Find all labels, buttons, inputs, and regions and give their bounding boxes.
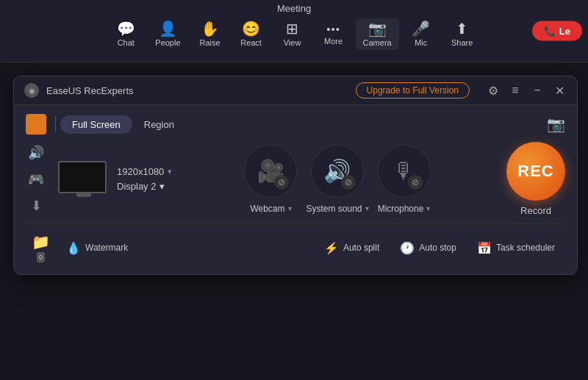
view-label: View <box>284 38 301 47</box>
snapshot-icon[interactable]: 📷 <box>547 115 565 133</box>
gamepad-sidebar-icon[interactable]: 🎮 <box>28 171 44 187</box>
rec-tabs: Full Screen Region <box>26 114 186 135</box>
mic-icon: 🎤 <box>412 21 430 36</box>
end-call-icon: 📞 <box>544 26 556 37</box>
app-logo: ◉ <box>24 83 39 98</box>
react-label: React <box>240 38 262 47</box>
display-chevron-icon: ▾ <box>159 181 165 192</box>
folder-icon: 📁 <box>32 233 50 251</box>
watermark-icon: 💧 <box>66 241 81 255</box>
tab-region[interactable]: Region <box>132 115 186 134</box>
toolbar-mic-btn[interactable]: 🎤 Mic <box>402 18 440 50</box>
system-sound-chevron-icon: ▾ <box>365 204 369 212</box>
app-title: EaseUS RecExperts <box>46 85 348 96</box>
monitor-screen <box>58 161 107 193</box>
auto-split-icon: ⚡ <box>324 241 339 255</box>
rec-experts-window: ◉ EaseUS RecExperts Upgrade to Full Vers… <box>13 76 578 275</box>
toolbar-raise-btn[interactable]: ✋ Raise <box>191 18 229 50</box>
camera-icon: 📷 <box>368 21 387 36</box>
audio-sidebar-icon[interactable]: 🔊 <box>28 145 44 161</box>
rec-titlebar: ◉ EaseUS RecExperts Upgrade to Full Vers… <box>14 76 577 105</box>
more-label: More <box>324 37 343 46</box>
toolbar-view-btn[interactable]: ⊞ View <box>273 18 312 50</box>
close-icon[interactable]: ✕ <box>552 84 567 98</box>
resolution-value: 1920x1080 <box>117 166 164 177</box>
microphone-button[interactable]: 🎙 ⊘ Microphone ▾ <box>378 145 431 214</box>
watermark-label: Watermark <box>85 243 128 253</box>
tab-fullscreen[interactable]: Full Screen <box>60 115 132 134</box>
toolbar-chat-btn[interactable]: 💬 Chat <box>107 18 145 50</box>
share-icon: ⬆ <box>456 21 468 36</box>
settings-icon[interactable]: ⚙ <box>486 84 501 98</box>
upgrade-button[interactable]: Upgrade to Full Version <box>356 82 470 98</box>
webcam-button[interactable]: 🎥 ⊘ Webcam ▾ <box>244 145 297 214</box>
end-call-label: Le <box>559 26 570 37</box>
more-icon: ••• <box>326 24 340 35</box>
toolbar-people-btn[interactable]: 👤 People <box>148 18 187 50</box>
resolution-chevron-icon: ▾ <box>168 167 172 176</box>
meeting-toolbar: 💬 Chat 👤 People ✋ Raise 😊 React ⊞ View •… <box>107 18 481 50</box>
auto-split-label: Auto split <box>343 243 379 253</box>
webcam-label-text: Webcam <box>250 204 284 214</box>
webcam-icon-circle: 🎥 ⊘ <box>244 145 297 198</box>
task-scheduler-button[interactable]: 📅 Task scheduler <box>467 238 565 258</box>
system-sound-disabled-icon: ⊘ <box>341 175 356 190</box>
rec-content-row: 🔊 🎮 ⬇ 1920x1080 ▾ <box>26 142 565 216</box>
resolution-selector[interactable]: 1920x1080 ▾ <box>117 166 172 177</box>
display-selector[interactable]: Display 2 ▾ <box>117 181 172 192</box>
webcam-label: Webcam ▾ <box>250 204 291 214</box>
task-scheduler-label: Task scheduler <box>496 243 555 253</box>
microphone-label-text: Microphone <box>378 204 424 214</box>
monitor-icon <box>58 161 110 198</box>
display-preview: 1920x1080 ▾ Display 2 ▾ <box>58 161 176 198</box>
people-icon: 👤 <box>159 21 177 36</box>
display-info: 1920x1080 ▾ Display 2 ▾ <box>117 166 172 192</box>
raise-icon: ✋ <box>201 21 219 36</box>
auto-stop-button[interactable]: 🕐 Auto stop <box>390 238 467 258</box>
display-name: Display 2 <box>117 181 156 192</box>
meeting-title: Meeting <box>277 0 311 15</box>
people-label: People <box>155 38 180 47</box>
microphone-label: Microphone ▾ <box>378 204 431 214</box>
folder-button[interactable]: 📁 0 <box>26 232 56 264</box>
microphone-chevron-icon: ▾ <box>426 204 430 212</box>
webcam-chevron-icon: ▾ <box>288 204 292 212</box>
react-icon: 😊 <box>242 21 260 36</box>
toolbar-share-btn[interactable]: ⬆ Share <box>443 18 481 50</box>
auto-stop-label: Auto stop <box>419 243 456 253</box>
chat-icon: 💬 <box>117 21 135 36</box>
auto-stop-icon: 🕐 <box>400 241 415 255</box>
raise-label: Raise <box>200 38 220 47</box>
chat-label: Chat <box>118 38 135 47</box>
webcam-disabled-icon: ⊘ <box>274 175 289 190</box>
rec-button-wrap: REC Record <box>506 142 565 216</box>
task-scheduler-icon: 📅 <box>477 241 492 255</box>
tab-divider <box>55 116 56 132</box>
rec-body: Full Screen Region 📷 🔊 🎮 ⬇ <box>14 105 577 274</box>
watermark-button[interactable]: 💧 Watermark <box>56 238 138 258</box>
meeting-topbar: Meeting 💬 Chat 👤 People ✋ Raise 😊 React … <box>0 0 588 62</box>
rec-bottom-row: 📁 0 💧 Watermark ⚡ Auto split 🕐 Auto stop <box>26 223 565 264</box>
auto-split-button[interactable]: ⚡ Auto split <box>314 238 390 258</box>
monitor-stand <box>76 193 91 197</box>
system-sound-button[interactable]: 🔊 ⊘ System sound ▾ <box>306 145 368 214</box>
minimize-icon[interactable]: − <box>530 84 545 98</box>
system-sound-label: System sound ▾ <box>306 204 368 214</box>
menu-icon[interactable]: ≡ <box>508 84 523 98</box>
folder-badge: 0 <box>37 252 45 262</box>
toolbar-more-btn[interactable]: ••• More <box>315 21 353 49</box>
feature-buttons: 🎥 ⊘ Webcam ▾ 🔊 ⊘ <box>187 145 487 214</box>
system-sound-icon-circle: 🔊 ⊘ <box>311 145 364 198</box>
rec-text: REC <box>517 163 553 179</box>
view-icon: ⊞ <box>286 21 298 36</box>
end-call-button[interactable]: 📞 Le <box>532 21 582 41</box>
microphone-icon-circle: 🎙 ⊘ <box>378 145 431 198</box>
rec-button[interactable]: REC <box>506 142 565 201</box>
toolbar-camera-btn[interactable]: 📷 Camera <box>356 18 399 50</box>
system-sound-label-text: System sound <box>306 204 362 214</box>
toolbar-react-btn[interactable]: 😊 React <box>232 18 270 50</box>
rec-sidebar: 🔊 🎮 ⬇ <box>26 145 46 214</box>
mic-label: Mic <box>415 38 427 47</box>
window-controls: ⚙ ≡ − ✕ <box>486 84 567 98</box>
expand-sidebar-icon[interactable]: ⬇ <box>31 198 42 214</box>
